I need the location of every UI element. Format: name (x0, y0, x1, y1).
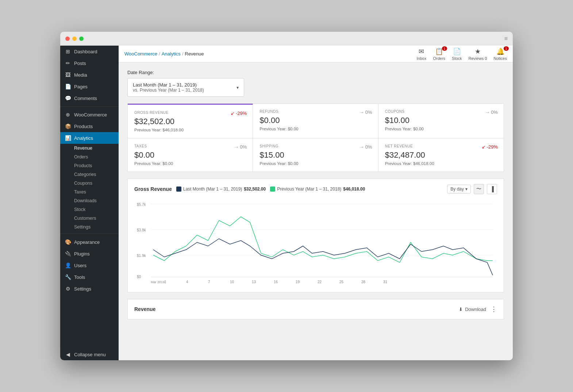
stat-taxes: TAXES $0.00 Previous Year: $0.00 → 0% (128, 138, 253, 172)
sidebar-item-posts[interactable]: ✏ Posts (60, 57, 119, 69)
legend-prev-checkbox[interactable] (270, 187, 275, 192)
topbar: WooCommerce / Analytics / Revenue ✉ Inbo… (119, 46, 513, 62)
submenu-stock[interactable]: Stock (60, 205, 119, 214)
shipping-change-value: 0% (365, 144, 372, 150)
sidebar-item-tools[interactable]: 🔧 Tools (60, 271, 119, 283)
sidebar-label-media: Media (74, 72, 87, 78)
settings-icon: ⚙ (65, 286, 71, 292)
download-button[interactable]: ⬇ Download (459, 307, 486, 312)
submenu-customers[interactable]: Customers (60, 214, 119, 223)
submenu-categories[interactable]: Categories (60, 170, 119, 179)
breadcrumb-analytics[interactable]: Analytics (162, 51, 181, 57)
x-label-25: 25 (339, 280, 344, 284)
notices-badge: 1 (504, 46, 509, 51)
submenu-label-settings: Settings (74, 224, 91, 230)
download-icon: ⬇ (459, 307, 463, 312)
more-options-button[interactable]: ⋮ (491, 305, 497, 313)
legend-current-checkbox[interactable] (176, 187, 181, 192)
chart-title: Gross Revenue (134, 186, 172, 192)
sidebar-item-plugins[interactable]: 🔌 Plugins (60, 248, 119, 260)
down-arrow-icon-2: ↙ (482, 144, 486, 150)
sidebar-item-settings[interactable]: ⚙ Settings (60, 283, 119, 295)
titlebar: ≡ (60, 32, 513, 46)
shipping-label: SHIPPING (259, 144, 371, 148)
close-button[interactable] (65, 36, 70, 41)
sidebar-label-users: Users (74, 263, 86, 268)
neutral-arrow-icon-2: → (485, 109, 490, 115)
submenu-products[interactable]: Products (60, 161, 119, 170)
x-label-28: 28 (361, 280, 366, 284)
window-controls[interactable] (65, 36, 84, 41)
orders-action[interactable]: 📋 1 Orders (433, 47, 445, 61)
gross-revenue-change-value: -29% (236, 111, 247, 116)
sidebar-item-pages[interactable]: 📄 Pages (60, 81, 119, 92)
inbox-action[interactable]: ✉ Inbox (417, 47, 427, 61)
legend-prev[interactable]: Previous Year (Mar 1 – 31, 2018) $46,018… (270, 187, 365, 192)
legend-current[interactable]: Last Month (Mar 1 – 31, 2019) $32,502.00 (176, 187, 266, 192)
bar-chart-button[interactable]: ▐ (487, 184, 497, 194)
breadcrumb-woocommerce[interactable]: WooCommerce (124, 51, 157, 57)
minimize-button[interactable] (72, 36, 77, 41)
maximize-button[interactable] (79, 36, 84, 41)
pages-icon: 📄 (65, 84, 71, 89)
main-content: WooCommerce / Analytics / Revenue ✉ Inbo… (119, 46, 513, 360)
comments-icon: 💬 (65, 95, 71, 101)
sidebar-item-analytics[interactable]: 📊 Analytics (60, 132, 119, 144)
coupons-change-value: 0% (491, 109, 498, 115)
date-main: Last Month (Mar 1 – 31, 2019) (133, 82, 204, 88)
chart-period-select[interactable]: By day ▾ (447, 185, 471, 193)
submenu-downloads[interactable]: Downloads (60, 196, 119, 205)
sidebar-label-tools: Tools (74, 274, 85, 280)
reviews-action[interactable]: ★ Reviews 0 (469, 47, 487, 61)
stat-net-revenue: NET REVENUE $32,487.00 Previous Year: $4… (378, 138, 504, 172)
date-sub: vs. Previous Year (Mar 1 – 31, 2018) (133, 88, 204, 93)
sidebar-label-pages: Pages (74, 84, 88, 89)
sidebar-item-media[interactable]: 🖼 Media (60, 69, 119, 81)
x-label-4: 4 (186, 280, 188, 284)
sidebar-label-analytics: Analytics (74, 135, 93, 141)
submenu-taxes[interactable]: Taxes (60, 188, 119, 196)
submenu-coupons[interactable]: Coupons (60, 179, 119, 188)
sidebar-item-users[interactable]: 👤 Users (60, 260, 119, 271)
gross-revenue-prev: Previous Year: $46,018.00 (134, 128, 246, 132)
plugins-icon: 🔌 (65, 251, 71, 257)
refunds-label: REFUNDS (259, 109, 371, 114)
submenu-label-products: Products (74, 163, 92, 168)
y-label-0: $0 (137, 275, 141, 279)
sidebar-item-appearance[interactable]: 🎨 Appearance (60, 236, 119, 248)
line-chart-button[interactable]: 〜 (474, 184, 484, 194)
analytics-icon: 📊 (65, 135, 71, 141)
y-label-38: $3.8k (137, 228, 146, 232)
sidebar-divider-2 (60, 234, 119, 234)
coupons-prev: Previous Year: $0.00 (385, 127, 497, 131)
inbox-icon: ✉ (419, 47, 424, 55)
submenu-revenue[interactable]: Revenue (60, 144, 119, 153)
sidebar-item-dashboard[interactable]: ⊞ Dashboard (60, 46, 119, 57)
orders-label: Orders (433, 56, 445, 61)
collapse-menu-button[interactable]: ◀ Collapse menu (60, 349, 119, 360)
app-window: ≡ ⊞ Dashboard ✏ Posts 🖼 Media 📄 Pages 💬 (60, 32, 513, 360)
submenu-label-downloads: Downloads (74, 198, 97, 203)
stock-action[interactable]: 📄 Stock (452, 47, 462, 61)
net-revenue-label: NET REVENUE (385, 144, 497, 148)
notices-icon: 🔔 (496, 47, 504, 55)
inbox-label: Inbox (417, 56, 427, 61)
sidebar-item-comments[interactable]: 💬 Comments (60, 92, 119, 104)
menu-icon[interactable]: ≡ (504, 35, 508, 42)
date-range-selector[interactable]: Last Month (Mar 1 – 31, 2019) vs. Previo… (127, 78, 244, 97)
submenu-settings[interactable]: Settings (60, 223, 119, 231)
submenu-orders[interactable]: Orders (60, 153, 119, 161)
neutral-arrow-icon-4: → (359, 144, 364, 150)
prev-year-line (153, 217, 493, 262)
sidebar-item-woocommerce[interactable]: ⊕ WooCommerce (60, 109, 119, 120)
reviews-label: Reviews 0 (469, 56, 487, 61)
current-month-line (153, 239, 493, 275)
sidebar-item-products[interactable]: 📦 Products (60, 120, 119, 132)
bottom-title: Revenue (134, 306, 155, 312)
taxes-change-value: 0% (240, 144, 247, 150)
submenu-label-coupons: Coupons (74, 181, 92, 186)
refunds-change-value: 0% (365, 109, 372, 115)
stat-coupons: COUPONS $10.00 Previous Year: $0.00 → 0% (378, 104, 504, 138)
sidebar-label-woocommerce: WooCommerce (74, 112, 107, 118)
notices-action[interactable]: 🔔 1 Notices (493, 47, 507, 61)
